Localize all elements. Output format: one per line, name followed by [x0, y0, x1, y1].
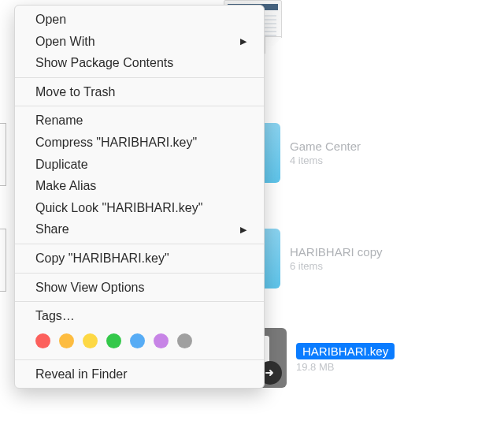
menu-item-label: Open With [35, 33, 95, 50]
menu-item[interactable]: Rename [15, 110, 264, 132]
menu-item[interactable]: Tags… [15, 305, 264, 327]
partial-item-edge [0, 123, 6, 186]
menu-item[interactable]: Open [15, 9, 264, 31]
tag-color-dot[interactable] [83, 333, 98, 348]
menu-item-label: Make Alias [35, 177, 96, 195]
menu-item-label: Rename [35, 112, 83, 129]
tag-color-dot[interactable] [154, 333, 169, 348]
menu-item-label: Move to Trash [35, 84, 115, 101]
menu-item[interactable]: Make Alias [15, 175, 264, 197]
menu-item[interactable]: Show View Options [15, 277, 264, 299]
menu-item[interactable]: Compress "HARIBHARI.key" [15, 132, 264, 154]
tag-color-dot[interactable] [35, 333, 50, 348]
tag-color-dot[interactable] [177, 333, 192, 348]
submenu-arrow-icon: ▶ [240, 35, 246, 47]
menu-item[interactable]: Share▶ [15, 218, 264, 240]
menu-item-label: Duplicate [35, 156, 88, 173]
menu-item-label: Show Package Contents [35, 54, 173, 72]
menu-item-label: Reveal in Finder [35, 366, 128, 383]
menu-item[interactable]: Duplicate [15, 154, 264, 176]
menu-item[interactable]: Reveal in Finder [15, 363, 264, 385]
menu-item-label: Quick Look "HARIBHARI.key" [35, 199, 202, 217]
menu-item-label: Copy "HARIBHARI.key" [35, 250, 169, 267]
tag-color-dot[interactable] [106, 333, 121, 348]
menu-item-label: Share [35, 221, 69, 238]
folder-label: Game Center [290, 140, 361, 153]
menu-separator [15, 244, 264, 244]
menu-item[interactable]: Show Package Contents [15, 52, 264, 74]
menu-separator [15, 359, 264, 360]
menu-item-label: Tags… [35, 307, 75, 325]
folder-count: 4 items [290, 154, 361, 166]
menu-item[interactable]: Copy "HARIBHARI.key" [15, 248, 264, 270]
partial-item-edge [0, 229, 6, 292]
menu-item[interactable]: Open With▶ [15, 31, 264, 53]
menu-item-label: Compress "HARIBHARI.key" [35, 134, 197, 151]
menu-separator [15, 77, 264, 78]
file-label: HARIBHARI.key [296, 343, 395, 359]
tag-color-dot[interactable] [59, 333, 74, 348]
context-menu[interactable]: OpenOpen With▶Show Package ContentsMove … [14, 5, 265, 389]
menu-item-label: Open [35, 11, 66, 28]
menu-separator [15, 106, 264, 106]
menu-separator [15, 301, 264, 302]
menu-item[interactable]: Move to Trash [15, 81, 264, 103]
folder-count: 6 items [290, 260, 383, 272]
menu-separator [15, 273, 264, 274]
menu-item-label: Show View Options [35, 279, 144, 296]
submenu-arrow-icon: ▶ [240, 224, 246, 236]
folder-label: HARIBHARI copy [290, 245, 383, 259]
tag-color-row [15, 327, 264, 356]
file-size: 19.8 MB [296, 361, 395, 373]
menu-item[interactable]: Quick Look "HARIBHARI.key" [15, 197, 264, 219]
tag-color-dot[interactable] [130, 333, 145, 348]
